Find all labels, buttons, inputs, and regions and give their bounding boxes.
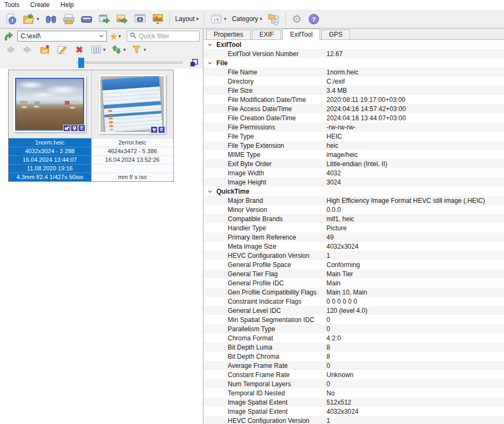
tree-item-file-type-extension[interactable]: File Type Extensionheic	[203, 141, 504, 150]
tree-item-file-creation-date-time[interactable]: File Creation Date/Time2024:04:16 13:44:…	[203, 113, 504, 122]
tree-item-file-name[interactable]: File Name1norm.heic	[203, 67, 504, 77]
tree-item-chroma-format[interactable]: Chroma Format4:2:0	[203, 333, 504, 343]
thumb-meta-filename[interactable]: 1norm.heic	[9, 138, 91, 147]
tree-item-image-height[interactable]: Image Height3024	[203, 177, 504, 187]
tree-item-handler-type[interactable]: Handler TypePicture	[203, 223, 504, 232]
chevron-down-icon[interactable]	[207, 42, 213, 47]
tree-item-image-width[interactable]: Image Width4032	[203, 168, 504, 177]
file-info-button[interactable]: i	[2, 11, 20, 27]
thumb-meta-dimensions[interactable]: 4624x3472 - 5 386	[92, 147, 174, 155]
tree-item-general-level-idc[interactable]: General Level IDC120 (level 4.0)	[203, 306, 504, 315]
tree-item-image-spatial-extent[interactable]: Image Spatial Extent512x512	[203, 398, 504, 407]
tab-exiftool[interactable]: ExifTool	[282, 29, 320, 40]
category-dropdown[interactable]: Category▾	[229, 11, 265, 27]
tree-section-file[interactable]: File	[203, 58, 504, 67]
thumb-meta-filename[interactable]: 2error.heic	[92, 138, 174, 147]
tree-item-file-size[interactable]: File Size3.4 MB	[203, 86, 504, 95]
tree-item-file-access-date-time[interactable]: File Access Date/Time2024:04:16 14:57:42…	[203, 104, 504, 113]
tree-item-general-tier-flag[interactable]: General Tier FlagMain Tier	[203, 269, 504, 278]
layout-dropdown-label: Layout	[175, 15, 195, 23]
batch-convert-button[interactable]	[96, 11, 113, 27]
tree-item-temporal-id-nested[interactable]: Temporal ID NestedNo	[203, 388, 504, 398]
tab-properties[interactable]: Properties	[206, 30, 251, 39]
tab-exif[interactable]: EXIF	[252, 30, 282, 39]
print-button[interactable]	[60, 11, 78, 27]
tree-item-meta-image-size[interactable]: Meta Image Size4032x3024	[203, 242, 504, 251]
tree-item-hevc-configuration-version[interactable]: HEVC Configuration Version1	[203, 251, 504, 260]
quick-filter[interactable]	[127, 31, 200, 42]
tree-section-quicktime[interactable]: QuickTime	[203, 187, 504, 196]
batch-rename-button[interactable]: 1-5▾	[207, 11, 229, 27]
thumb-meta-modified-date[interactable]: 16.04.2024 13:44:07	[9, 155, 91, 164]
back-button[interactable]	[2, 43, 18, 56]
thumbnail-image-area[interactable]: E	[9, 70, 91, 138]
menu-help[interactable]: Help	[60, 1, 74, 9]
menu-create[interactable]: Create	[30, 1, 50, 9]
filter-button[interactable]: ▾	[129, 43, 148, 56]
tree-item-image-spatial-extent[interactable]: Image Spatial Extent4032x3024	[203, 407, 504, 416]
tree-item-exif-byte-order[interactable]: Exif Byte OrderLittle-endian (Intel, II)	[203, 159, 504, 168]
thumbnail-cell-2error-heic[interactable]: E2error.heic4624x3472 - 5 38616.04.2024 …	[91, 70, 174, 181]
tab-gps[interactable]: GPS	[321, 30, 350, 39]
acquire-button[interactable]	[78, 11, 96, 27]
tree-item-gen-profile-compatibility-flags[interactable]: Gen Profile Compatibility FlagsMain 10, …	[203, 288, 504, 297]
find-button[interactable]	[42, 11, 60, 27]
tree-item-constant-frame-rate[interactable]: Constant Frame RateUnknown	[203, 370, 504, 379]
sort-button[interactable]: ▾	[109, 43, 128, 56]
chevron-down-icon[interactable]	[207, 60, 213, 66]
settings-button[interactable]: ⚙	[289, 11, 305, 27]
quick-filter-input[interactable]	[139, 32, 197, 40]
tree-item-primary-item-reference[interactable]: Primary Item Reference49	[203, 232, 504, 242]
thumb-meta-taken-date[interactable]: 11.08.2020 19:16	[9, 164, 91, 173]
tree-item-constraint-indicator-flags[interactable]: Constraint Indicator Flags0 0 0 0 0 0	[203, 297, 504, 306]
tree-item-min-spatial-segmentation-idc[interactable]: Min Spatial Segmentation IDC0	[203, 315, 504, 324]
thumb-meta-modified-date[interactable]: 16.04.2024 13:52:26	[92, 155, 174, 164]
forward-button[interactable]	[19, 43, 36, 56]
wallpaper-button[interactable]	[149, 11, 167, 27]
tree-item-average-frame-rate[interactable]: Average Frame Rate0	[203, 361, 504, 370]
screenshot-button[interactable]	[131, 11, 149, 27]
thumbnail-photo[interactable]	[15, 78, 84, 131]
tree-item-hevc-configuration-version[interactable]: HEVC Configuration Version1	[203, 416, 504, 424]
thumbnail-cell-1norm-heic[interactable]: E1norm.heic4032x3024 - 3 28816.04.2024 1…	[9, 70, 91, 181]
tree-item-file-modification-date-time[interactable]: File Modification Date/Time2020:08:11 19…	[203, 95, 504, 104]
tree-item-major-brand[interactable]: Major BrandHigh Efficiency Image Format …	[203, 196, 504, 205]
tree-section-exiftool[interactable]: ExifTool	[203, 40, 504, 49]
category-tree-button[interactable]	[265, 11, 283, 27]
help-button[interactable]: ?	[305, 11, 323, 27]
dropdown-caret-icon: ▾	[103, 47, 106, 52]
thumb-meta-dimensions[interactable]: 4032x3024 - 3 288	[9, 147, 91, 155]
tree-item-file-permissions[interactable]: File Permissions-rw-rw-rw-	[203, 122, 504, 132]
tree-item-exiftool-version-number[interactable]: ExifTool Version Number12.67	[203, 49, 504, 58]
tree-item-mime-type[interactable]: MIME Typeimage/heic	[203, 150, 504, 159]
tree-item-parallelism-type[interactable]: Parallelism Type0	[203, 324, 504, 333]
go-up-button[interactable]	[2, 30, 15, 42]
thumbnail-photo[interactable]	[100, 76, 164, 132]
path-combobox[interactable]: C:\exif\	[17, 31, 107, 42]
slider-handle[interactable]	[78, 58, 84, 68]
tree-item-general-profile-idc[interactable]: General Profile IDCMain	[203, 278, 504, 288]
new-folder-button[interactable]	[37, 43, 53, 56]
favorites-button[interactable]: ★ ▾	[109, 32, 122, 41]
thumb-meta-exposure[interactable]: mm f/ s iso	[92, 173, 174, 181]
thumb-meta-taken-date[interactable]	[92, 164, 174, 173]
tree-item-num-temporal-layers[interactable]: Num Temporal Layers0	[203, 379, 504, 388]
chevron-down-icon[interactable]	[207, 189, 213, 194]
layout-dropdown[interactable]: Layout▾	[173, 11, 202, 27]
thumb-meta-exposure[interactable]: 4.3mm f/2.4 1/427s 50iso	[9, 173, 91, 181]
tree-item-general-profile-space[interactable]: General Profile SpaceConforming	[203, 260, 504, 269]
view-mode-button[interactable]: ▾	[88, 43, 108, 56]
export-image-button[interactable]	[113, 11, 131, 27]
tree-item-bit-depth-chroma[interactable]: Bit Depth Chroma8	[203, 352, 504, 361]
tree-item-compatible-brands[interactable]: Compatible Brandsmif1, heic	[203, 214, 504, 223]
thumbnail-image-area[interactable]: E	[92, 70, 174, 138]
menu-tools[interactable]: Tools	[4, 1, 19, 9]
tree-item-bit-depth-luma[interactable]: Bit Depth Luma8	[203, 343, 504, 352]
tree-item-directory[interactable]: DirectoryC:/exif	[203, 77, 504, 86]
tree-item-minor-version[interactable]: Minor Version0.0.0	[203, 205, 504, 214]
open-folder-button[interactable]: ▾	[20, 11, 42, 27]
rename-button[interactable]	[54, 43, 70, 56]
tree-item-file-type[interactable]: File TypeHEIC	[203, 132, 504, 141]
delete-button[interactable]: ✖	[71, 43, 87, 56]
thumbnail-size-slider[interactable]	[77, 61, 182, 64]
